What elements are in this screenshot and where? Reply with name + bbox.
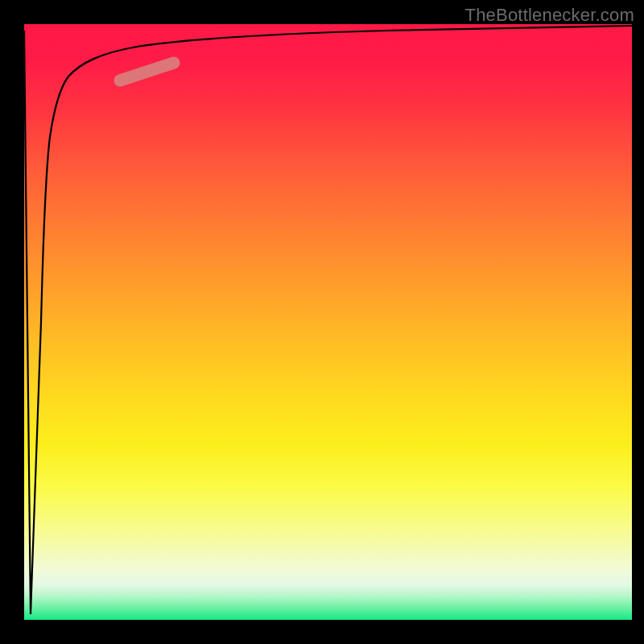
highlighted-segment-marker [120,63,174,80]
bottleneck-curve [41,26,632,322]
chart-svg [24,24,632,620]
watermark-text: TheBottlenecker.com [465,5,634,26]
chart-plot-area [24,24,632,620]
curve-spike [24,31,41,614]
